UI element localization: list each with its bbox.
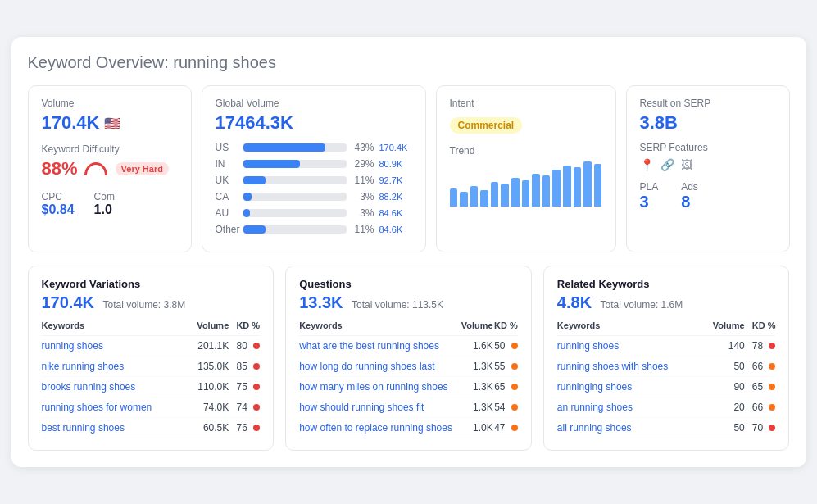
bar-row: UK 11% 92.7K — [216, 175, 412, 186]
main-container: Keyword Overview: running shoes Volume 1… — [11, 37, 806, 467]
bar-pct: 11% — [352, 224, 374, 235]
trend-bar — [532, 174, 540, 207]
q-count: 13.3K — [299, 293, 343, 311]
trend-bar — [480, 190, 488, 207]
keyword-cell[interactable]: how many miles on running shoes — [299, 377, 460, 397]
keyword-link[interactable]: what are the best running shoes — [299, 340, 439, 352]
kd-cell: 66 — [745, 356, 776, 377]
keyword-cell[interactable]: an running shoes — [557, 397, 703, 418]
trend-bar — [491, 182, 499, 207]
trend-bar — [522, 180, 530, 207]
kd-cell: 75 — [229, 377, 260, 397]
kv-col-volume: Volume — [187, 320, 229, 336]
kv-table: Keywords Volume KD % running shoes 201.1… — [42, 320, 261, 438]
keyword-link[interactable]: how often to replace running shoes — [299, 422, 452, 434]
keyword-link[interactable]: all running shoes — [557, 422, 632, 434]
keyword-link[interactable]: brooks running shoes — [42, 381, 136, 393]
kd-dot — [769, 363, 775, 370]
bar-fill — [243, 193, 252, 201]
keyword-link[interactable]: best running shoes — [42, 422, 125, 434]
trend-bar — [501, 184, 509, 207]
bar-fill — [243, 209, 251, 217]
bar-pct: 29% — [352, 158, 374, 170]
bar-vol: 88.2K — [379, 192, 412, 202]
kd-value: 88% — [42, 158, 78, 179]
keyword-cell[interactable]: running shoes — [42, 336, 188, 356]
volume-cell: 74.0K — [187, 397, 229, 418]
serp-feature-icon: 🔗 — [660, 158, 674, 171]
kd-dot — [511, 384, 518, 390]
keyword-cell[interactable]: runninging shoes — [557, 377, 703, 397]
rk-table: Keywords Volume KD % running shoes 140 7… — [557, 320, 776, 438]
volume-kd-card: Volume 170.4K 🇺🇸 Keyword Difficulty 88% … — [28, 85, 192, 252]
keyword-link[interactable]: how should running shoes fit — [299, 402, 424, 413]
bar-vol: 80.9K — [379, 159, 412, 169]
table-row: running shoes with shoes 50 66 — [557, 356, 776, 377]
kv-total-volume: Total volume: 3.8M — [102, 299, 185, 311]
keyword-link[interactable]: how many miles on running shoes — [299, 381, 447, 393]
keyword-link[interactable]: runninging shoes — [557, 381, 632, 393]
intent-card: Intent Commercial Trend — [436, 85, 616, 252]
keyword-variations-card: Keyword Variations 170.4K Total volume: … — [28, 266, 275, 451]
kd-cell: 65 — [745, 377, 776, 397]
keyword-cell[interactable]: brooks running shoes — [42, 377, 188, 397]
volume-cell: 201.1K — [187, 336, 229, 356]
keyword-cell[interactable]: what are the best running shoes — [299, 336, 460, 356]
cpc-item: CPC $0.84 — [42, 191, 75, 217]
ads-label: Ads — [681, 181, 698, 193]
keyword-link[interactable]: running shoes — [557, 340, 619, 352]
kv-col-keywords: Keywords — [42, 320, 188, 336]
keyword-link[interactable]: how long do running shoes last — [299, 361, 434, 372]
volume-cell: 110.0K — [187, 377, 229, 397]
rk-title: Related Keywords — [557, 278, 776, 290]
keyword-link[interactable]: running shoes for women — [42, 402, 152, 413]
table-row: runninging shoes 90 65 — [557, 377, 776, 397]
keyword-link[interactable]: running shoes — [42, 340, 103, 352]
keyword-cell[interactable]: nike running shoes — [42, 356, 188, 377]
com-item: Com 1.0 — [94, 191, 115, 217]
keyword-cell[interactable]: running shoes for women — [42, 397, 188, 418]
table-row: running shoes 201.1K 80 — [42, 336, 261, 356]
bar-fill — [243, 143, 326, 152]
pla-ads-row: PLA 3 Ads 8 — [640, 181, 776, 211]
pla-item: PLA 3 — [640, 181, 659, 211]
trend-bar — [552, 170, 561, 207]
q-table: Keywords Volume KD % what are the best r… — [299, 320, 518, 438]
table-row: how many miles on running shoes 1.3K 65 — [299, 377, 518, 397]
kd-dot — [253, 363, 260, 370]
volume-cell: 1.3K — [460, 397, 493, 418]
keyword-cell[interactable]: all running shoes — [557, 418, 703, 438]
serp-icons: 📍🔗🖼 — [640, 158, 776, 171]
keyword-link[interactable]: nike running shoes — [42, 361, 125, 372]
bar-fill — [243, 176, 266, 184]
kd-cell: 55 — [493, 356, 518, 377]
related-keywords-card: Related Keywords 4.8K Total volume: 1.6M… — [543, 266, 790, 451]
keyword-cell[interactable]: how long do running shoes last — [299, 356, 460, 377]
keyword-cell[interactable]: best running shoes — [42, 418, 188, 438]
bar-track — [243, 193, 347, 201]
volume-cell: 1.3K — [460, 377, 493, 397]
volume-cell: 20 — [703, 397, 745, 418]
table-row: running shoes for women 74.0K 74 — [42, 397, 261, 418]
keyword-cell[interactable]: running shoes with shoes — [557, 356, 703, 377]
keyword-cell[interactable]: how often to replace running shoes — [299, 418, 460, 438]
volume-cell: 90 — [703, 377, 745, 397]
kd-cell: 78 — [745, 336, 776, 356]
kv-count: 170.4K — [42, 293, 95, 311]
kd-cell: 74 — [229, 397, 260, 418]
bar-pct: 43% — [352, 142, 374, 153]
keyword-cell[interactable]: how should running shoes fit — [299, 397, 460, 418]
kv-title: Keyword Variations — [42, 278, 261, 290]
volume-cell: 140 — [703, 336, 745, 356]
trend-label: Trend — [450, 145, 602, 157]
kd-dot — [511, 404, 518, 411]
kd-cell: 65 — [493, 377, 518, 397]
keyword-link[interactable]: an running shoes — [557, 402, 633, 413]
volume-cell: 1.3K — [460, 356, 493, 377]
pla-value: 3 — [640, 193, 659, 211]
serp-value: 3.8B — [640, 112, 776, 134]
keyword-link[interactable]: running shoes with shoes — [557, 361, 668, 372]
keyword-cell[interactable]: running shoes — [557, 336, 703, 356]
ads-value: 8 — [681, 193, 698, 211]
table-row: nike running shoes 135.0K 85 — [42, 356, 261, 377]
